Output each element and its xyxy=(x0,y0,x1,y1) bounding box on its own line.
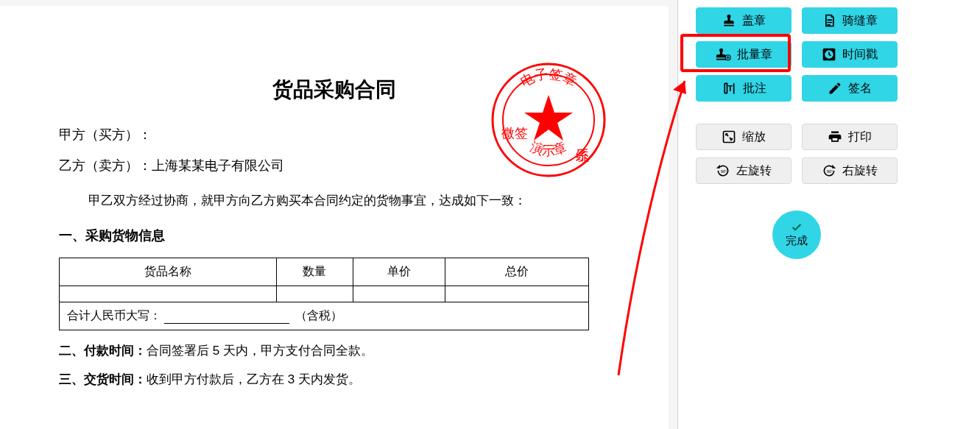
rotate-left-button[interactable]: 90° 左旋转 xyxy=(696,157,792,184)
rotate-right-icon: 90° xyxy=(822,163,836,178)
party-b-label: 乙方（卖方）： xyxy=(59,158,152,173)
zoom-icon xyxy=(722,130,736,144)
sign-label: 签名 xyxy=(848,81,872,96)
done-label: 完成 xyxy=(786,234,808,248)
clock-icon xyxy=(822,47,836,62)
straddle-icon xyxy=(822,13,836,28)
done-button[interactable]: 完成 xyxy=(772,210,821,259)
doc-title: 货品采购合同 xyxy=(59,76,610,104)
annotate-icon: T xyxy=(721,81,737,96)
straddle-label: 骑缝章 xyxy=(842,13,878,29)
table-row xyxy=(60,286,589,302)
printer-icon xyxy=(828,130,842,144)
total-prefix: 合计人民币大写： xyxy=(67,309,161,322)
print-button[interactable]: 打印 xyxy=(802,124,898,150)
check-icon xyxy=(789,221,804,233)
col-total: 总价 xyxy=(445,258,589,286)
batch-stamp-button[interactable]: 批量章 xyxy=(696,41,792,68)
party-b-line: 乙方（卖方）：上海某某电子有限公司 xyxy=(59,157,610,174)
document-viewer: 货品采购合同 甲方（买方）： 乙方（卖方）：上海某某电子有限公司 甲乙双方经过协… xyxy=(0,6,669,429)
rotate-left-icon: 90° xyxy=(716,163,730,178)
section-2-label: 二、付款时间： xyxy=(59,344,147,358)
section-3-label: 三、交货时间： xyxy=(59,372,147,386)
svg-text:90°: 90° xyxy=(721,169,727,174)
zoom-button[interactable]: 缩放 xyxy=(696,124,792,150)
timestamp-label: 时间戳 xyxy=(842,47,878,63)
rotate-right-button[interactable]: 90° 右旋转 xyxy=(802,157,898,184)
col-price: 单价 xyxy=(353,258,445,286)
table-header-row: 货品名称 数量 单价 总价 xyxy=(60,258,589,286)
total-blank xyxy=(164,323,289,324)
rotate-right-label: 右旋转 xyxy=(842,163,878,179)
col-name: 货品名称 xyxy=(60,258,277,286)
svg-rect-11 xyxy=(724,132,735,143)
stamp-icon xyxy=(722,13,736,28)
section-3-text: 收到甲方付款后，乙方在 3 天内发货。 xyxy=(147,372,361,386)
table-total-row: 合计人民币大写： （含税） xyxy=(60,302,589,330)
sign-button[interactable]: 签名 xyxy=(802,75,898,102)
section-1-heading: 一、采购货物信息 xyxy=(59,227,610,244)
annotate-button[interactable]: T 批注 xyxy=(696,75,792,102)
svg-text:90°: 90° xyxy=(827,169,833,174)
stamp-label: 盖章 xyxy=(742,13,766,29)
svg-text:T: T xyxy=(727,83,733,93)
section-3: 三、交货时间：收到甲方付款后，乙方在 3 天内发货。 xyxy=(59,371,610,388)
zoom-label: 缩放 xyxy=(742,130,766,145)
section-2-text: 合同签署后 5 天内，甲方支付合同全款。 xyxy=(147,344,373,358)
total-suffix: （含税） xyxy=(295,309,342,322)
rotate-left-label: 左旋转 xyxy=(736,163,772,179)
print-label: 打印 xyxy=(848,130,872,145)
pen-icon xyxy=(828,81,842,96)
stamp-button[interactable]: 盖章 xyxy=(696,7,792,34)
intro-text: 甲乙双方经过协商，就甲方向乙方购买本合同约定的货物事宜，达成如下一致： xyxy=(88,192,610,209)
batch-label: 批量章 xyxy=(737,47,772,63)
section-2: 二、付款时间：合同签署后 5 天内，甲方支付合同全款。 xyxy=(59,342,610,359)
straddle-stamp-button[interactable]: 骑缝章 xyxy=(802,7,898,34)
timestamp-button[interactable]: 时间戳 xyxy=(802,41,898,68)
side-toolbar: 盖章 骑缝章 批量章 时间戳 T 批注 签名 xyxy=(677,0,980,429)
col-qty: 数量 xyxy=(276,258,353,286)
annotate-label: 批注 xyxy=(743,81,766,96)
party-a-line: 甲方（买方）： xyxy=(59,126,610,143)
goods-table: 货品名称 数量 单价 总价 合计人民币大写： （含税） xyxy=(59,258,589,330)
batch-stamp-icon xyxy=(715,47,731,62)
party-b-value: 上海某某电子有限公司 xyxy=(152,158,284,173)
